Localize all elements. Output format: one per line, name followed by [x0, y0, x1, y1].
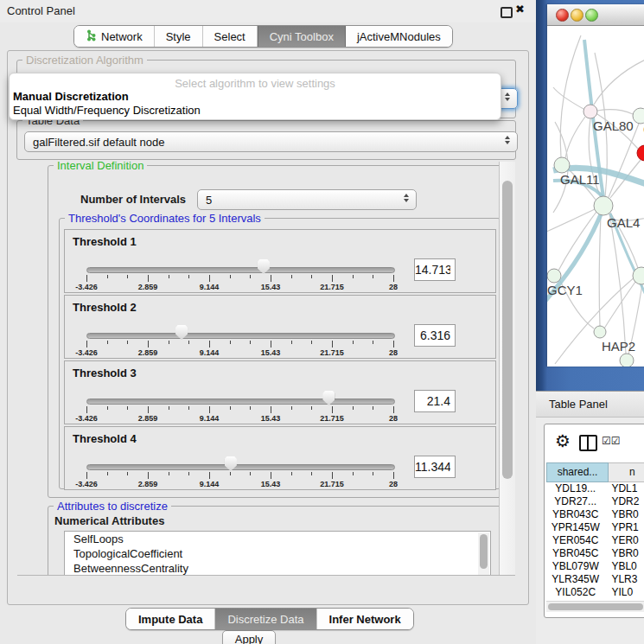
threshold-value-field[interactable] — [414, 324, 456, 347]
tab-network-label: Network — [101, 30, 143, 43]
threshold-value-field[interactable] — [414, 258, 456, 281]
cell-name[interactable]: YBL0 — [604, 560, 644, 573]
node-table-card: ⚙ ☑☑ shared... n YDL19...YDL1YDR27...YDR… — [544, 424, 644, 618]
threshold-slider-track[interactable] — [86, 267, 395, 273]
attribute-item-selfloops[interactable]: SelfLoops — [65, 532, 490, 546]
cell-shared-name[interactable]: YBR045C — [546, 547, 604, 560]
network-icon — [86, 29, 97, 44]
network-window-titlebar — [547, 4, 644, 26]
threshold-slider-track[interactable] — [86, 399, 395, 405]
slider-tick — [188, 275, 189, 278]
cell-name[interactable]: YER0 — [604, 534, 644, 547]
threshold-slider-track[interactable] — [86, 464, 395, 470]
slider-tick — [353, 472, 354, 475]
minimize-traffic-light[interactable] — [571, 9, 583, 22]
column-layout-icon[interactable] — [579, 435, 597, 451]
threshold-value-field[interactable] — [414, 390, 456, 412]
attribute-item-betweennesscentrality[interactable]: BetweennessCentrality — [65, 561, 490, 576]
slider-tick — [230, 406, 231, 410]
cell-shared-name[interactable]: YIL052C — [546, 586, 604, 599]
table-row[interactable]: YLR345WYLR3 — [546, 573, 644, 586]
network-node[interactable] — [554, 157, 570, 173]
network-node[interactable] — [620, 354, 634, 367]
vertical-scrollbar-thumb[interactable] — [502, 181, 513, 479]
cell-name[interactable]: YIL0 — [604, 586, 644, 599]
slider-tick-label: 28 — [374, 480, 412, 488]
cell-name[interactable]: YLR3 — [604, 573, 644, 586]
thresholds-group-title: Threshold's Coordinates for 5 Intervals — [65, 212, 265, 225]
horizontal-scrollbar[interactable] — [546, 601, 644, 612]
cell-shared-name[interactable]: YDL19... — [546, 482, 604, 495]
control-panel-tabbar: NetworkStyleSelectCyni ToolboxjActiveMNo… — [73, 25, 453, 48]
slider-tick-label: 15.43 — [252, 414, 290, 423]
tab-cyni-toolbox[interactable]: Cyni Toolbox — [258, 26, 346, 47]
number-of-intervals-spinner[interactable]: 5 — [197, 189, 417, 210]
tab-style[interactable]: Style — [155, 26, 203, 47]
threshold-panel-1: Threshold 1-3.4262.8599.14415.4321.71528 — [64, 229, 496, 293]
table-row[interactable]: YDR27...YDR2 — [546, 495, 644, 508]
zoom-traffic-light[interactable] — [585, 9, 598, 22]
threshold-slider-track[interactable] — [86, 333, 395, 339]
float-window-icon[interactable] — [501, 7, 513, 18]
cell-name[interactable]: YBR0 — [604, 547, 644, 560]
table-row[interactable]: YDL19...YDL1 — [546, 482, 644, 495]
cell-shared-name[interactable]: YPR145W — [546, 521, 604, 534]
slider-tick — [291, 341, 292, 344]
cell-shared-name[interactable]: YBR043C — [546, 508, 604, 521]
network-node[interactable] — [583, 105, 597, 118]
cell-shared-name[interactable]: YDR27... — [546, 495, 604, 508]
table-row[interactable]: YPR145WYPR1 — [546, 521, 644, 534]
slider-tick — [271, 341, 271, 348]
slider-tick-label: 9.144 — [190, 283, 228, 291]
apply-button[interactable]: Apply — [222, 630, 276, 644]
slider-tick — [250, 406, 251, 410]
bottom-tab-infer-network[interactable]: Infer Network — [317, 609, 413, 629]
tab-select[interactable]: Select — [203, 26, 258, 47]
close-icon[interactable]: ✖ — [515, 3, 525, 16]
network-node[interactable] — [637, 145, 644, 161]
table-row[interactable]: YBR045CYBR0 — [546, 547, 644, 560]
slider-tick — [353, 341, 354, 344]
network-canvas[interactable]: GAL80GACGAL11GAL4GCY1HHAP2 — [547, 26, 644, 367]
cell-name[interactable]: YBR0 — [604, 508, 644, 521]
algorithm-option-equal-width-frequency-discretization[interactable]: Equal Width/Frequency Discretization — [13, 104, 201, 117]
cell-shared-name[interactable]: YLR345W — [546, 573, 604, 586]
table-row[interactable]: YER054CYER0 — [546, 534, 644, 547]
select-columns-icon[interactable]: ☑☑ — [602, 435, 621, 447]
interval-definition-group: Interval Definition Number of Intervals … — [48, 165, 504, 498]
slider-tick — [209, 341, 210, 348]
slider-tick — [209, 275, 210, 282]
slider-tick — [311, 275, 312, 278]
table-data-combobox[interactable]: galFiltered.sif default node — [24, 131, 518, 152]
slider-tick — [86, 275, 87, 282]
slider-tick — [230, 472, 231, 475]
column-header-name[interactable]: n — [609, 462, 644, 482]
tab-network[interactable]: Network — [74, 26, 155, 47]
cell-shared-name[interactable]: YBL079W — [546, 560, 604, 573]
attribute-item-topologicalcoefficient[interactable]: TopologicalCoefficient — [65, 546, 490, 561]
gear-icon[interactable]: ⚙ — [555, 430, 571, 451]
list-scrollbar[interactable] — [478, 532, 489, 576]
slider-tick-label: -3.426 — [67, 480, 105, 488]
vertical-scrollbar[interactable] — [499, 162, 515, 575]
tab-jactivemnodules[interactable]: jActiveMNodules — [346, 26, 452, 47]
table-row[interactable]: YIL052CYIL0 — [546, 586, 644, 599]
algorithm-group-title: Discretization Algorithm — [22, 54, 147, 67]
cell-name[interactable]: YPR1 — [604, 521, 644, 534]
bottom-tab-impute-data[interactable]: Impute Data — [126, 609, 215, 629]
bottom-tab-discretize-data[interactable]: Discretize Data — [215, 609, 316, 629]
close-traffic-light[interactable] — [556, 9, 569, 22]
threshold-value-field[interactable] — [414, 456, 456, 478]
network-node[interactable] — [547, 269, 561, 283]
table-row[interactable]: YBR043CYBR0 — [546, 508, 644, 521]
table-row[interactable]: YBL079WYBL0 — [546, 560, 644, 573]
slider-tick — [250, 341, 251, 344]
network-node[interactable] — [594, 326, 606, 338]
horizontal-scrollbar-thumb[interactable] — [548, 603, 643, 610]
cell-name[interactable]: YDL1 — [604, 482, 644, 495]
cell-shared-name[interactable]: YER054C — [546, 534, 604, 547]
cell-name[interactable]: YDR2 — [604, 495, 644, 508]
algorithm-option-manual-discretization[interactable]: Manual Discretization — [13, 90, 129, 103]
column-header-shared-name[interactable]: shared... — [546, 462, 609, 482]
network-node[interactable] — [594, 196, 613, 215]
